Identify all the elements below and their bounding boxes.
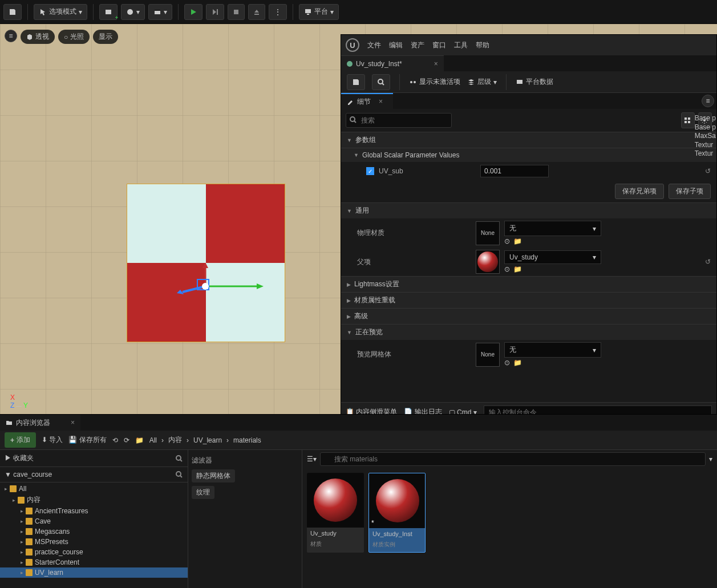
asset-card[interactable]: Uv_study材质: [307, 473, 364, 553]
section-lightmass[interactable]: ▶Lightmass设置: [341, 276, 716, 292]
editor-menubar: U 文件 编辑 资产 窗口 工具 帮助: [341, 35, 716, 55]
pointer-icon: [39, 8, 47, 16]
menu-help[interactable]: 帮助: [476, 40, 489, 50]
use-asset-icon[interactable]: ⊙: [504, 359, 510, 367]
browse-asset-button[interactable]: [372, 74, 390, 90]
breadcrumb-item[interactable]: UV_learn: [193, 436, 222, 444]
browse-icon[interactable]: 📁: [513, 359, 522, 367]
tree-item[interactable]: ▸Cave: [0, 516, 188, 526]
use-asset-icon[interactable]: ⊙: [504, 237, 510, 245]
step-button[interactable]: [206, 4, 224, 20]
breadcrumb-item[interactable]: All: [149, 436, 157, 444]
svg-point-1: [127, 9, 133, 15]
phys-material-thumb[interactable]: None: [476, 221, 500, 245]
use-asset-icon[interactable]: ⊙: [504, 265, 510, 273]
stop-button[interactable]: [228, 4, 245, 20]
section-previewing[interactable]: ▼正在预览: [341, 324, 716, 340]
asset-card[interactable]: *Uv_study_Inst材质实例: [368, 473, 426, 553]
menu-asset[interactable]: 资产: [411, 40, 424, 50]
section-general[interactable]: ▼通用: [341, 202, 716, 218]
favorites-header[interactable]: ▶ 收藏夹: [0, 450, 188, 467]
layers-dropdown[interactable]: 层级▾: [467, 77, 497, 87]
asset-search-input[interactable]: [320, 452, 706, 466]
tree-item[interactable]: ▸MSPresets: [0, 537, 188, 547]
browse-icon[interactable]: 📁: [513, 265, 522, 273]
browse-icon[interactable]: 📁: [513, 237, 522, 245]
editor-save-button[interactable]: [347, 74, 365, 90]
play-button[interactable]: [184, 4, 202, 20]
uv-sub-checkbox[interactable]: ✓: [366, 167, 374, 175]
asset-tab[interactable]: Uv_study_Inst* ×: [341, 55, 444, 71]
parent-thumb[interactable]: [476, 250, 500, 274]
menu-edit[interactable]: 编辑: [389, 40, 403, 50]
svg-point-19: [414, 81, 416, 83]
tree-item[interactable]: ▸All: [0, 484, 188, 494]
breadcrumb: All› 内容› UV_learn› materials: [149, 435, 261, 445]
tree-item[interactable]: ▸UV_learn: [0, 567, 188, 578]
parent-label: 父项: [357, 257, 471, 267]
menu-file[interactable]: 文件: [367, 40, 381, 50]
folder-icon: [6, 419, 13, 426]
details-tab[interactable]: 细节 ×: [341, 93, 393, 109]
section-advanced[interactable]: ▶高级: [341, 308, 716, 324]
mode-dropdown[interactable]: 选项模式 ▾: [34, 4, 87, 20]
svg-rect-4: [234, 10, 238, 14]
tree-item[interactable]: ▸StarterContent: [0, 557, 188, 567]
content-browser: 内容浏览器 × +添加 ⬇ 导入 💾 保存所有 ⟲ ⟳ 📁 All› 内容› U…: [0, 414, 717, 588]
folder-up-icon[interactable]: 📁: [135, 436, 144, 444]
preview-mesh-thumb[interactable]: None: [476, 343, 500, 367]
tree-item[interactable]: ▸Megascans: [0, 526, 188, 537]
content-browser-tab[interactable]: 内容浏览器 ×: [0, 415, 80, 431]
platform-dropdown[interactable]: 平台 ▾: [299, 4, 339, 20]
save-sibling-button[interactable]: 保存兄弟项: [615, 184, 664, 199]
selected-mesh[interactable]: [127, 184, 285, 342]
save-child-button[interactable]: 保存子项: [669, 184, 711, 199]
marketplace-button[interactable]: ▾: [121, 4, 145, 20]
cinematics-button[interactable]: ▾: [148, 4, 172, 20]
section-param-group[interactable]: ▼参数组: [341, 132, 716, 148]
tree-item[interactable]: ▸practice_course: [0, 547, 188, 557]
view-dropdown[interactable]: ▾: [709, 455, 712, 463]
history-back-button[interactable]: ⟲: [112, 436, 118, 444]
menu-tools[interactable]: 工具: [454, 40, 468, 50]
play-options-button[interactable]: ⋮: [269, 4, 287, 20]
preview-mesh-dropdown[interactable]: 无▾: [504, 342, 601, 358]
section-global-scalar[interactable]: ▼Global Scalar Parameter Values: [341, 148, 716, 162]
details-search-input[interactable]: [346, 113, 452, 128]
add-button[interactable]: +添加: [5, 432, 36, 448]
preview-stats: Base p Base p MaxSa Textur Textur: [695, 114, 716, 159]
import-button[interactable]: ⬇ 导入: [42, 435, 63, 445]
breadcrumb-item[interactable]: materials: [233, 436, 261, 444]
tab-close-icon[interactable]: ×: [71, 419, 75, 427]
breadcrumb-item[interactable]: 内容: [168, 435, 182, 445]
phys-material-dropdown[interactable]: 无▾: [504, 221, 601, 236]
add-content-button[interactable]: +: [99, 4, 118, 20]
filter-button[interactable]: ☰▾: [307, 455, 317, 463]
reset-icon[interactable]: ↺: [705, 258, 711, 266]
tree-item[interactable]: ▸内容: [0, 494, 188, 506]
svg-point-28: [176, 456, 181, 460]
filters-panel: 滤波器 静态网格体 纹理: [188, 450, 302, 588]
filter-pill[interactable]: 静态网格体: [192, 469, 235, 482]
show-inactive-toggle[interactable]: 显示未激活项: [409, 77, 460, 87]
source-header[interactable]: ▼ cave_course: [0, 467, 188, 482]
platform-data-button[interactable]: 平台数据: [516, 77, 553, 87]
sources-tree: ▶ 收藏夹 ▼ cave_course ▸All▸内容▸AncientTreas…: [0, 450, 188, 588]
save-all-button[interactable]: 💾 保存所有: [68, 435, 106, 445]
tree-item[interactable]: ▸AncientTreasures: [0, 506, 188, 516]
tab-close-icon[interactable]: ×: [434, 60, 438, 68]
panel-menu-button[interactable]: ≡: [702, 95, 714, 107]
filter-pill[interactable]: 纹理: [192, 486, 214, 499]
svg-line-31: [180, 476, 182, 477]
section-material-override[interactable]: ▶材质属性重载: [341, 292, 716, 308]
history-fwd-button[interactable]: ⟳: [124, 436, 129, 444]
uv-sub-value-input[interactable]: [480, 165, 549, 177]
filter-header: 滤波器: [192, 453, 298, 468]
save-button[interactable]: [3, 4, 22, 20]
reset-icon[interactable]: ↺: [705, 167, 711, 175]
eject-button[interactable]: [248, 4, 265, 20]
view-options-button[interactable]: [681, 112, 695, 128]
details-tab-close[interactable]: ×: [374, 98, 387, 106]
menu-window[interactable]: 窗口: [432, 40, 446, 50]
parent-dropdown[interactable]: Uv_study▾: [504, 250, 601, 264]
